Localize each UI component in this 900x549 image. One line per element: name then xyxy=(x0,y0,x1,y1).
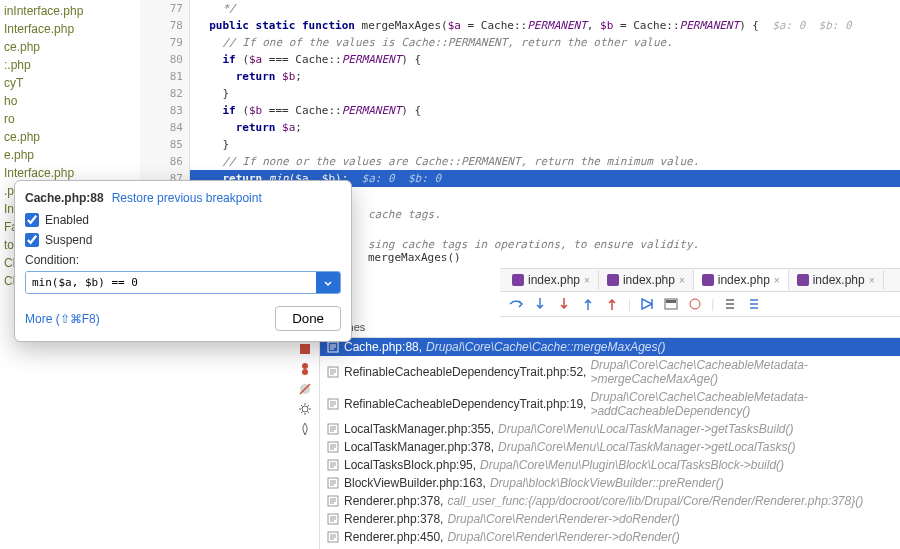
drop-frame-icon[interactable] xyxy=(604,296,620,312)
step-over-icon[interactable] xyxy=(508,296,524,312)
close-icon[interactable]: × xyxy=(869,275,875,286)
line-number[interactable]: 77 xyxy=(140,0,189,17)
step-out-icon[interactable] xyxy=(580,296,596,312)
svg-rect-3 xyxy=(300,344,310,354)
sidebar-item[interactable]: ce.php xyxy=(0,38,140,56)
svg-point-5 xyxy=(302,369,308,375)
condition-input[interactable] xyxy=(26,272,316,293)
evaluate-icon[interactable] xyxy=(663,296,679,312)
suspend-checkbox[interactable] xyxy=(25,233,39,247)
breadcrumb-text: cache tags. xyxy=(368,208,892,221)
stack-frame[interactable]: RefinableCacheableDependencyTrait.php:19… xyxy=(320,388,900,420)
svg-point-4 xyxy=(302,363,308,369)
stack-frame[interactable]: RefinableCacheableDependencyTrait.php:52… xyxy=(320,356,900,388)
stack-frame[interactable]: BlockViewBuilder.php:163, Drupal\block\B… xyxy=(320,474,900,492)
line-number[interactable]: 78 xyxy=(140,17,189,34)
frame-icon xyxy=(326,440,340,454)
frames-header: Frames xyxy=(320,317,900,338)
done-button[interactable]: Done xyxy=(275,306,341,331)
debug-toolbar: | | xyxy=(500,292,900,317)
breadcrumb-area: cache tags. sing cache tags in operation… xyxy=(360,204,900,268)
line-number[interactable]: 83 xyxy=(140,102,189,119)
editor-tab[interactable]: index.php× xyxy=(694,270,789,290)
breakpoint-popup: Cache.php:88 Restore previous breakpoint… xyxy=(14,180,352,342)
settings-icon[interactable] xyxy=(746,296,762,312)
restore-link[interactable]: Restore previous breakpoint xyxy=(112,191,262,205)
svg-point-7 xyxy=(302,406,308,412)
line-number[interactable]: 80 xyxy=(140,51,189,68)
code-line[interactable]: } xyxy=(190,85,900,102)
close-icon[interactable]: × xyxy=(584,275,590,286)
trace-icon[interactable] xyxy=(687,296,703,312)
code-line[interactable]: return $b; xyxy=(190,68,900,85)
chevron-down-icon xyxy=(323,278,333,288)
svg-rect-1 xyxy=(666,300,676,303)
frame-icon xyxy=(326,422,340,436)
enabled-checkbox[interactable] xyxy=(25,213,39,227)
line-number[interactable]: 85 xyxy=(140,136,189,153)
php-icon xyxy=(702,274,714,286)
stack-frame[interactable]: Renderer.php:378, call_user_func:{/app/d… xyxy=(320,492,900,510)
stack-frame[interactable]: LocalTaskManager.php:378, Drupal\Core\Me… xyxy=(320,438,900,456)
line-number[interactable]: 79 xyxy=(140,34,189,51)
condition-label: Condition: xyxy=(25,253,341,267)
run-to-cursor-icon[interactable] xyxy=(639,296,655,312)
code-line[interactable]: return $a; xyxy=(190,119,900,136)
line-number[interactable]: 84 xyxy=(140,119,189,136)
code-line[interactable]: // If one of the values is Cache::PERMAN… xyxy=(190,34,900,51)
sidebar-item[interactable]: Interface.php xyxy=(0,20,140,38)
list-icon[interactable] xyxy=(722,296,738,312)
code-editor[interactable]: 777879808182838485868788 */ public stati… xyxy=(140,0,900,204)
code-line[interactable]: // If none or the values are Cache::PERM… xyxy=(190,153,900,170)
sidebar-item[interactable]: ce.php xyxy=(0,128,140,146)
frame-icon xyxy=(326,397,340,411)
enabled-label: Enabled xyxy=(45,213,89,227)
editor-tab[interactable]: index.php× xyxy=(504,270,599,290)
close-icon[interactable]: × xyxy=(774,275,780,286)
stack-frame[interactable]: Renderer.php:378, Drupal\Core\Render\Ren… xyxy=(320,510,900,528)
editor-tabs: index.php×index.php×index.php×index.php× xyxy=(500,268,900,292)
force-step-into-icon[interactable] xyxy=(556,296,572,312)
sidebar-item[interactable]: inInterface.php xyxy=(0,2,140,20)
php-icon xyxy=(607,274,619,286)
sidebar-item[interactable]: e.php xyxy=(0,146,140,164)
code-line[interactable]: */ xyxy=(190,0,900,17)
sidebar-item[interactable]: ho xyxy=(0,92,140,110)
breadcrumb-fn: mergeMaxAges() xyxy=(368,251,892,264)
line-number[interactable]: 86 xyxy=(140,153,189,170)
code-line[interactable]: } xyxy=(190,136,900,153)
frame-icon xyxy=(326,365,340,379)
frame-icon xyxy=(326,530,340,544)
stack-frame[interactable]: LocalTasksBlock.php:95, Drupal\Core\Menu… xyxy=(320,456,900,474)
php-icon xyxy=(797,274,809,286)
code-line[interactable]: if ($b === Cache::PERMANENT) { xyxy=(190,102,900,119)
mute-icon[interactable] xyxy=(297,381,313,397)
frame-icon xyxy=(326,512,340,526)
breakpoints-icon[interactable] xyxy=(297,361,313,377)
php-icon xyxy=(512,274,524,286)
sidebar-item[interactable]: cyT xyxy=(0,74,140,92)
sidebar-item[interactable]: ro xyxy=(0,110,140,128)
editor-tab[interactable]: index.php× xyxy=(599,270,694,290)
breadcrumb-text: sing cache tags in operations, to ensure… xyxy=(368,238,892,251)
condition-toggle[interactable] xyxy=(316,272,340,293)
pin-icon[interactable] xyxy=(297,421,313,437)
code-line[interactable]: if ($a === Cache::PERMANENT) { xyxy=(190,51,900,68)
step-into-icon[interactable] xyxy=(532,296,548,312)
stack-frame[interactable]: Renderer.php:450, Drupal\Core\Render\Ren… xyxy=(320,528,900,546)
more-link[interactable]: More (⇧⌘F8) xyxy=(25,312,100,326)
close-icon[interactable]: × xyxy=(679,275,685,286)
editor-tab[interactable]: index.php× xyxy=(789,270,884,290)
line-number[interactable]: 81 xyxy=(140,68,189,85)
stack-frame[interactable]: Cache.php:88, Drupal\Core\Cache\Cache::m… xyxy=(320,338,900,356)
gear-icon[interactable] xyxy=(297,401,313,417)
popup-title: Cache.php:88 xyxy=(25,191,104,205)
sidebar-item[interactable]: :.php xyxy=(0,56,140,74)
stack-frame[interactable]: LocalTaskManager.php:355, Drupal\Core\Me… xyxy=(320,420,900,438)
stop-icon[interactable] xyxy=(297,341,313,357)
code-line[interactable]: public static function mergeMaxAges($a =… xyxy=(190,17,900,34)
frame-icon xyxy=(326,494,340,508)
debug-gutter xyxy=(290,317,320,549)
suspend-label: Suspend xyxy=(45,233,92,247)
line-number[interactable]: 82 xyxy=(140,85,189,102)
